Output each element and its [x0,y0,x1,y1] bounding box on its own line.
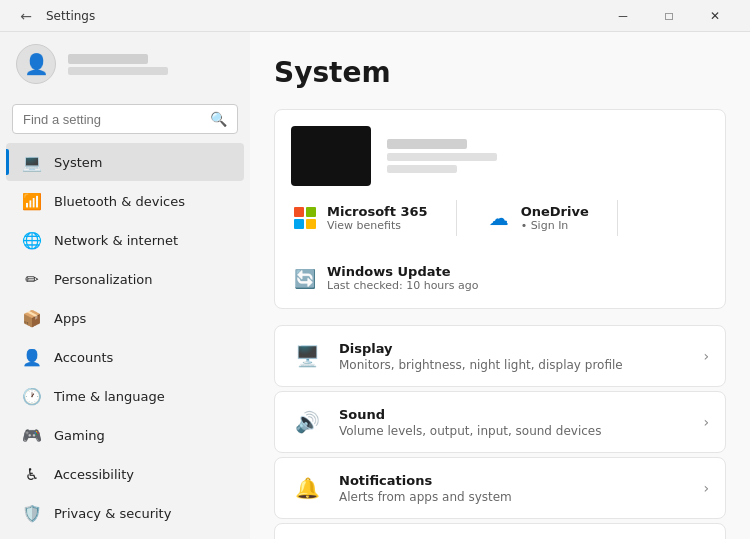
close-button[interactable]: ✕ [692,0,738,32]
display-name: Display [339,341,687,356]
profile-info [68,54,168,75]
display-icon: 🖥️ [291,340,323,372]
accessibility-nav-icon: ♿ [22,464,42,484]
back-icon: ← [20,8,32,24]
avatar: 👤 [16,44,56,84]
system-nav-icon: 💻 [22,152,42,172]
notifications-name: Notifications [339,473,687,488]
search-input[interactable] [23,112,202,127]
user-profile[interactable]: 👤 [0,32,250,96]
display-desc: Monitors, brightness, night light, displ… [339,358,687,372]
app-title: Settings [46,9,95,23]
setting-sound[interactable]: 🔊 Sound Volume levels, output, input, so… [274,391,726,453]
bluetooth-nav-icon: 📶 [22,191,42,211]
device-spec1 [387,153,497,161]
app-body: 👤 🔍 💻 System 📶 Bluetooth & devices 🌐 Net… [0,32,750,539]
service-divider [617,200,618,236]
privacy-nav-label: Privacy & security [54,506,171,521]
settings-list: 🖥️ Display Monitors, brightness, night l… [274,325,726,539]
device-image [291,126,371,186]
sidebar-item-accessibility[interactable]: ♿ Accessibility [6,455,244,493]
avatar-icon: 👤 [24,52,49,76]
service-text: Microsoft 365 View benefits [327,204,428,232]
service-name: OneDrive [521,204,589,219]
gaming-nav-icon: 🎮 [22,425,42,445]
time-nav-label: Time & language [54,389,165,404]
window-controls: ─ □ ✕ [600,0,738,32]
service-winupdate[interactable]: 🔄 Windows Update Last checked: 10 hours … [291,264,479,292]
bluetooth-nav-label: Bluetooth & devices [54,194,185,209]
service-sub: View benefits [327,219,428,232]
device-spec2 [387,165,457,173]
sidebar-item-privacy[interactable]: 🛡️ Privacy & security [6,494,244,532]
notifications-icon: 🔔 [291,472,323,504]
main-content: System Microsoft 365 View bene [250,32,750,539]
service-name: Microsoft 365 [327,204,428,219]
sidebar-item-apps[interactable]: 📦 Apps [6,299,244,337]
device-name [387,139,467,149]
gaming-nav-label: Gaming [54,428,105,443]
ms365-icon [291,204,319,232]
apps-nav-label: Apps [54,311,86,326]
notifications-desc: Alerts from apps and system [339,490,687,504]
privacy-nav-icon: 🛡️ [22,503,42,523]
sidebar-nav: 💻 System 📶 Bluetooth & devices 🌐 Network… [0,142,250,539]
maximize-button[interactable]: □ [646,0,692,32]
titlebar: ← Settings ─ □ ✕ [0,0,750,32]
device-details [387,139,497,173]
setting-focus[interactable]: 🌙 Focus assist Notifications, automatic … [274,523,726,539]
sidebar-item-network[interactable]: 🌐 Network & internet [6,221,244,259]
services-row: Microsoft 365 View benefits ☁ OneDrive •… [291,200,709,292]
accounts-nav-label: Accounts [54,350,113,365]
service-onedrive[interactable]: ☁ OneDrive • Sign In [485,204,589,232]
service-ms365[interactable]: Microsoft 365 View benefits [291,204,428,232]
sidebar: 👤 🔍 💻 System 📶 Bluetooth & devices 🌐 Net… [0,32,250,539]
sidebar-item-accounts[interactable]: 👤 Accounts [6,338,244,376]
service-text: OneDrive • Sign In [521,204,589,232]
device-row [291,126,709,186]
search-icon: 🔍 [210,111,227,127]
sidebar-item-update[interactable]: 🔄 Windows Update [6,533,244,539]
chevron-right-icon: › [703,348,709,364]
accessibility-nav-label: Accessibility [54,467,134,482]
setting-notifications[interactable]: 🔔 Notifications Alerts from apps and sys… [274,457,726,519]
apps-nav-icon: 📦 [22,308,42,328]
sidebar-item-personalization[interactable]: ✏️ Personalization [6,260,244,298]
profile-email [68,67,168,75]
sound-text: Sound Volume levels, output, input, soun… [339,407,687,438]
search-box[interactable]: 🔍 [12,104,238,134]
service-divider [456,200,457,236]
minimize-button[interactable]: ─ [600,0,646,32]
sound-icon: 🔊 [291,406,323,438]
sidebar-item-system[interactable]: 💻 System [6,143,244,181]
service-sub: • Sign In [521,219,589,232]
accounts-nav-icon: 👤 [22,347,42,367]
sidebar-item-time[interactable]: 🕐 Time & language [6,377,244,415]
system-nav-label: System [54,155,102,170]
profile-name [68,54,148,64]
service-sub: Last checked: 10 hours ago [327,279,479,292]
sound-desc: Volume levels, output, input, sound devi… [339,424,687,438]
sidebar-item-gaming[interactable]: 🎮 Gaming [6,416,244,454]
notifications-text: Notifications Alerts from apps and syste… [339,473,687,504]
network-nav-icon: 🌐 [22,230,42,250]
onedrive-icon: ☁ [485,204,513,232]
setting-display[interactable]: 🖥️ Display Monitors, brightness, night l… [274,325,726,387]
personalization-nav-label: Personalization [54,272,153,287]
page-title: System [274,56,726,89]
service-name: Windows Update [327,264,479,279]
sound-name: Sound [339,407,687,422]
back-button[interactable]: ← [12,2,40,30]
personalization-nav-icon: ✏️ [22,269,42,289]
chevron-right-icon: › [703,480,709,496]
service-text: Windows Update Last checked: 10 hours ag… [327,264,479,292]
display-text: Display Monitors, brightness, night ligh… [339,341,687,372]
sidebar-item-bluetooth[interactable]: 📶 Bluetooth & devices [6,182,244,220]
network-nav-label: Network & internet [54,233,178,248]
device-info-card: Microsoft 365 View benefits ☁ OneDrive •… [274,109,726,309]
chevron-right-icon: › [703,414,709,430]
windows-update-icon: 🔄 [291,264,319,292]
time-nav-icon: 🕐 [22,386,42,406]
